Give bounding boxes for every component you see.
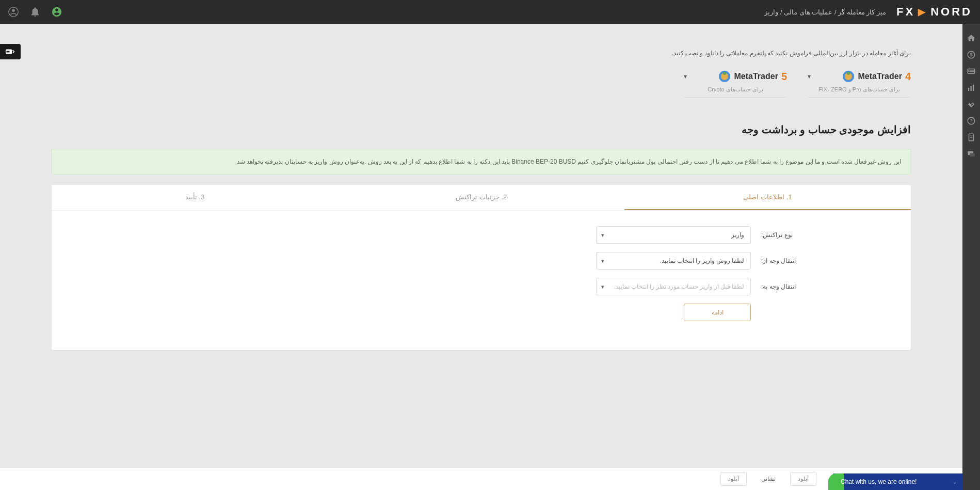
logo-text-fx: FX	[896, 5, 915, 19]
sidebar-chat-icon[interactable]	[962, 146, 980, 162]
mt4-subtitle: برای حساب‌های Pro و FIX، ZERO	[808, 86, 911, 93]
mt5-subtitle: برای حساب‌های Crypto	[684, 86, 787, 93]
notifications-icon[interactable]	[29, 6, 41, 18]
header-bar: NORD ▶ FX میز کار معامله گر / عملیات های…	[0, 0, 980, 24]
label-transaction-type: نوع تراکنش:	[761, 231, 890, 239]
mt5-name: MetaTrader	[734, 72, 778, 81]
sidebar-finance-icon[interactable]: $	[962, 46, 980, 63]
svg-text:?: ?	[970, 119, 973, 123]
profile-icon[interactable]	[8, 6, 19, 18]
svg-point-23	[723, 72, 726, 75]
svg-rect-17	[7, 51, 10, 53]
svg-rect-5	[968, 71, 975, 72]
svg-rect-6	[968, 88, 969, 91]
chevron-down-icon[interactable]: ▾	[808, 73, 811, 80]
form-body: نوع تراکنش: واریز ▾ انتقال وجه از: لطفا …	[52, 211, 911, 350]
row-transaction-type: نوع تراکنش: واریز ▾	[72, 226, 890, 244]
logo-arrow-icon: ▶	[918, 6, 927, 18]
sidebar-docs-icon[interactable]	[962, 129, 980, 146]
label-transfer-from: انتقال وجه از:	[761, 257, 890, 264]
select-transfer-from[interactable]: لطفا روش واریز را انتخاب نمایید.	[596, 252, 751, 270]
platform-mt5[interactable]: ▾ MetaTrader5 برای حساب‌های Crypto	[684, 70, 787, 98]
page-title: افزایش موجودی حساب و برداشت وجه	[52, 123, 911, 136]
svg-point-20	[847, 72, 850, 75]
platform-cards: ▾ MetaTrader4 برای حساب‌های Pro و FIX، Z…	[52, 70, 911, 98]
row-transfer-from: انتقال وجه از: لطفا روش واریز را انتخاب …	[72, 252, 890, 270]
svg-point-1	[12, 9, 15, 12]
logo-text-main: NORD	[930, 5, 972, 19]
platform-mt4[interactable]: ▾ MetaTrader4 برای حساب‌های Pro و FIX، Z…	[808, 70, 911, 98]
svg-rect-7	[971, 86, 972, 91]
row-submit: ادامه	[72, 304, 890, 321]
transaction-card: 1. اطلاعات اصلی 2. جزئیات تراکنش 3. تأیی…	[52, 185, 911, 350]
mt5-number: 5	[781, 71, 787, 83]
support-icon[interactable]	[51, 6, 62, 18]
sidebar-wallet-icon[interactable]	[962, 63, 980, 80]
tab-step1[interactable]: 1. اطلاعات اصلی	[624, 185, 911, 210]
right-sidebar: $ ?	[962, 24, 980, 443]
row-transfer-to: انتقال وجه به: ▾	[72, 278, 890, 295]
svg-text:$: $	[970, 52, 972, 57]
mt4-icon	[842, 70, 855, 83]
sidebar-stats-icon[interactable]	[962, 80, 980, 96]
label-transfer-to: انتقال وجه به:	[761, 283, 890, 290]
main-content: برای آغاز معامله در بازار ارز بین‌المللی…	[0, 24, 962, 443]
continue-button[interactable]: ادامه	[684, 304, 751, 321]
brand-logo[interactable]: NORD ▶ FX	[896, 5, 972, 19]
sidebar-home-icon[interactable]	[962, 30, 980, 46]
mt4-number: 4	[905, 71, 911, 83]
mt4-name: MetaTrader	[858, 72, 902, 81]
step-tabs: 1. اطلاعات اصلی 2. جزئیات تراکنش 3. تأیی…	[52, 185, 911, 211]
svg-rect-15	[970, 153, 975, 157]
tab-step2[interactable]: 2. جزئیات تراکنش	[338, 185, 624, 210]
sidebar-help-icon[interactable]: ?	[962, 113, 980, 129]
left-panel-toggle[interactable]	[0, 44, 21, 59]
alert-notice: این روش غیرفعال شده است و ما این موضوع ر…	[52, 149, 911, 175]
tab-step3[interactable]: 3. تأیید	[52, 185, 338, 210]
select-transaction-type[interactable]: واریز	[596, 226, 751, 244]
mt5-icon	[718, 70, 731, 83]
intro-text: برای آغاز معامله در بازار ارز بین‌المللی…	[52, 50, 911, 57]
chevron-down-icon[interactable]: ▾	[684, 73, 687, 80]
sidebar-partners-icon[interactable]	[962, 96, 980, 113]
input-transfer-to[interactable]	[596, 278, 751, 295]
svg-rect-8	[973, 85, 974, 91]
breadcrumb: میز کار معامله گر / عملیات های مالی / وا…	[764, 8, 886, 16]
